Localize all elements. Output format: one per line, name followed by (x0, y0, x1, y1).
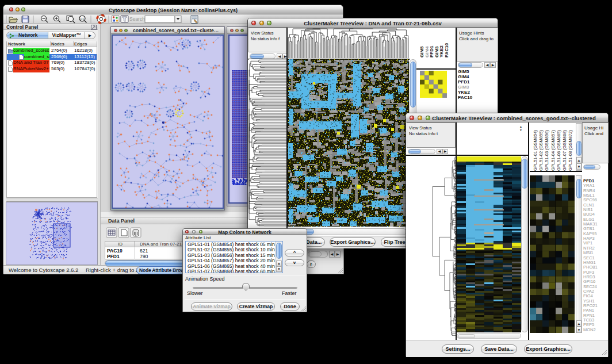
svg-text:GPL51-01 (GSM854): GPL51-01 (GSM854) (533, 130, 538, 171)
svg-text:GPL51-02 (GSM855): GPL51-02 (GSM855) (538, 130, 544, 171)
svg-text:1:1: 1:1 (81, 18, 85, 21)
svg-text:Search:: Search: (129, 16, 146, 22)
svg-text:GPL51-04 (GSM857): GPL51-04 (GSM857) (550, 130, 556, 171)
svg-text:GPL51-07 (GSM868): GPL51-07 (GSM868) (562, 130, 567, 171)
svg-text:GPL51-03 (GSM856): GPL51-03 (GSM856) (544, 130, 549, 171)
svg-text:PAC10: PAC10 (444, 43, 449, 58)
svg-text:GPL51-08 (GSM872): GPL51-08 (GSM872) (568, 130, 573, 171)
svg-text:GPL51-06 (GSM865): GPL51-06 (GSM865) (556, 130, 561, 171)
